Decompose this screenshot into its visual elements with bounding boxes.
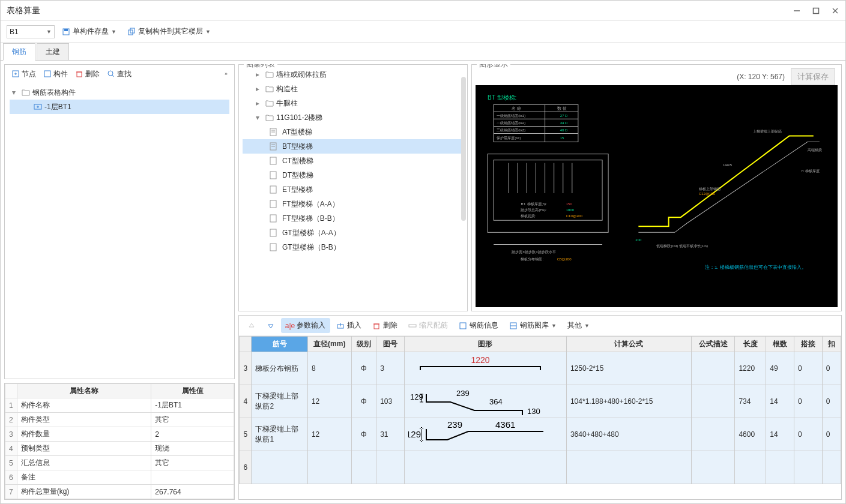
folder-icon [265, 113, 274, 122]
grid-row[interactable]: 3 梯板分布钢筋 8 Φ 3 1220 1250-2*15 1220 49 0 … [240, 352, 841, 385]
search-button[interactable]: 查找 [104, 68, 134, 80]
component-icon [43, 70, 52, 78]
document-icon [269, 128, 277, 136]
prop-row[interactable]: 6备注 [5, 470, 234, 485]
col-dia[interactable]: 直径(mm) [307, 337, 351, 352]
svg-rect-81 [409, 325, 416, 327]
grid-row[interactable]: 5 下梯梁端上部纵筋1 12 Φ 31 129 239 4361 3640+48… [240, 418, 841, 451]
rebar-grid-panel: a|e 参数输入 插入 删除 缩尺配筋 [238, 315, 842, 500]
copy-component-button[interactable]: 复制构件到其它楼层 ▼ [124, 25, 214, 38]
delete-button[interactable]: 删除 [72, 68, 103, 80]
svg-rect-26 [270, 172, 276, 179]
svg-rect-79 [374, 324, 379, 329]
param-input-button[interactable]: a|e 参数输入 [281, 318, 330, 333]
svg-text:名 称: 名 称 [512, 106, 521, 110]
col-length[interactable]: 长度 [735, 337, 766, 352]
move-up-button[interactable] [243, 319, 261, 332]
gallery-item-ct[interactable]: CT型楼梯 [243, 154, 464, 168]
search-label: 查找 [117, 69, 131, 79]
gallery-item-at[interactable]: AT型楼梯 [243, 125, 464, 139]
document-icon [269, 185, 277, 194]
gallery-item-et[interactable]: ET型楼梯 [243, 182, 464, 197]
prop-row[interactable]: 7构件总重量(kg)267.764 [5, 485, 234, 499]
gallery-item-gt-bb[interactable]: GT型楼梯（B-B） [243, 240, 464, 254]
prop-row[interactable]: 1构件名称-1层BT1 [5, 398, 234, 413]
gallery-item-dt[interactable]: DT型楼梯 [243, 168, 464, 182]
delete-row-button[interactable]: 删除 [367, 318, 402, 333]
col-loss[interactable]: 扣 [822, 337, 841, 352]
col-drawing[interactable]: 图号 [376, 337, 405, 352]
chevron-down-icon: ▼ [205, 29, 211, 35]
document-icon [269, 243, 277, 251]
gallery-item-bt[interactable]: BT型楼梯 [243, 139, 464, 154]
minimize-button[interactable] [793, 7, 801, 15]
gallery-item[interactable]: ▸牛腿柱 [243, 96, 464, 110]
col-desc[interactable]: 公式描述 [691, 337, 735, 352]
svg-text:梯板上部钢筋:: 梯板上部钢筋: [698, 187, 722, 191]
gallery-folder-stairs[interactable]: ▾11G101-2楼梯 [243, 110, 464, 125]
rebar-lib-button[interactable]: 钢筋图库 ▼ [504, 318, 561, 333]
tree-root[interactable]: ▾ 钢筋表格构件 [10, 85, 229, 100]
floor-combo-value: B1 [10, 28, 19, 36]
col-count[interactable]: 根数 [766, 337, 794, 352]
grid-row[interactable]: 4 下梯梁端上部纵筋2 12 Φ 103 129 239 364 130 104… [240, 385, 841, 418]
calc-save-button[interactable]: 计算保存 [791, 68, 835, 85]
gallery-item-ft-bb[interactable]: FT型楼梯（B-B） [243, 211, 464, 226]
maximize-button[interactable] [812, 7, 820, 15]
scale-button[interactable]: 缩尺配筋 [403, 318, 453, 333]
svg-text:数 值: 数 值 [557, 106, 567, 110]
document-icon [269, 142, 277, 151]
prop-row[interactable]: 5汇总信息其它 [5, 456, 234, 470]
tab-rebar[interactable]: 钢筋 [3, 43, 35, 61]
svg-text:三级钢筋锚固(la3): 三级钢筋锚固(la3) [497, 128, 525, 132]
component-button[interactable]: 构件 [40, 68, 71, 80]
svg-text:C8@200: C8@200 [557, 257, 572, 261]
svg-line-15 [112, 75, 114, 77]
col-formula[interactable]: 计算公式 [566, 337, 691, 352]
scrollbar[interactable] [461, 77, 466, 221]
close-button[interactable] [831, 7, 839, 15]
insert-button[interactable]: 插入 [331, 318, 366, 333]
prop-row[interactable]: 3构件数量2 [5, 427, 234, 442]
col-grade[interactable]: 级别 [351, 337, 376, 352]
svg-text:1800: 1800 [566, 208, 575, 212]
floor-combo[interactable]: B1 ▼ [7, 25, 55, 38]
node-label: 节点 [22, 69, 36, 79]
svg-rect-27 [270, 186, 276, 193]
rebar-grid[interactable]: 筋号 直径(mm) 级别 图号 图形 计算公式 公式描述 长度 根数 搭接 扣 [239, 336, 841, 484]
tab-civil[interactable]: 土建 [37, 43, 69, 61]
param-icon: a|e [286, 322, 294, 330]
expand-right-button[interactable]: » [222, 70, 231, 78]
save-component-button[interactable]: 单构件存盘 ▼ [58, 25, 120, 38]
svg-text:15: 15 [560, 136, 564, 140]
cad-canvas[interactable]: BT 型楼梯: 名 称 数 值 一级钢筋锚固(la1)27 D 二级钢筋锚固( [476, 85, 838, 307]
svg-text:129: 129 [408, 429, 421, 439]
library-icon [509, 322, 518, 330]
collapse-icon[interactable]: ▾ [12, 88, 19, 97]
info-icon [459, 322, 467, 330]
rebar-info-button[interactable]: 钢筋信息 [454, 318, 503, 333]
svg-rect-30 [270, 229, 276, 236]
prop-row[interactable]: 2构件类型其它 [5, 413, 234, 427]
grid-row[interactable]: 6 [240, 451, 841, 484]
svg-text:200: 200 [635, 238, 642, 242]
svg-text:踏步段总高(Hs):: 踏步段总高(Hs): [521, 208, 546, 212]
col-shape[interactable]: 图形 [404, 337, 566, 352]
save-icon [62, 28, 70, 36]
svg-text:低端梯段(Dd) 低端平板净长(1ln): 低端梯段(Dd) 低端平板净长(1ln) [657, 244, 708, 248]
gallery-item[interactable]: ▸墙柱或砌体拉筋 [243, 67, 464, 82]
svg-text:1an/5: 1an/5 [723, 163, 733, 167]
prop-row[interactable]: 4预制类型现浇 [5, 442, 234, 456]
window-title: 表格算量 [7, 5, 793, 16]
gallery-item[interactable]: ▸构造柱 [243, 82, 464, 96]
svg-rect-49 [494, 160, 602, 221]
chevron-down-icon: ▼ [584, 323, 590, 329]
node-button[interactable]: 节点 [8, 68, 39, 80]
tree-child[interactable]: -1层BT1 [10, 100, 229, 114]
other-button[interactable]: 其他 ▼ [563, 318, 594, 333]
gallery-item-gt-aa[interactable]: GT型楼梯（A-A） [243, 226, 464, 240]
gallery-item-ft-aa[interactable]: FT型楼梯（A-A） [243, 197, 464, 211]
col-no[interactable]: 筋号 [252, 337, 307, 352]
col-lap[interactable]: 搭接 [794, 337, 823, 352]
move-down-button[interactable] [262, 319, 280, 332]
